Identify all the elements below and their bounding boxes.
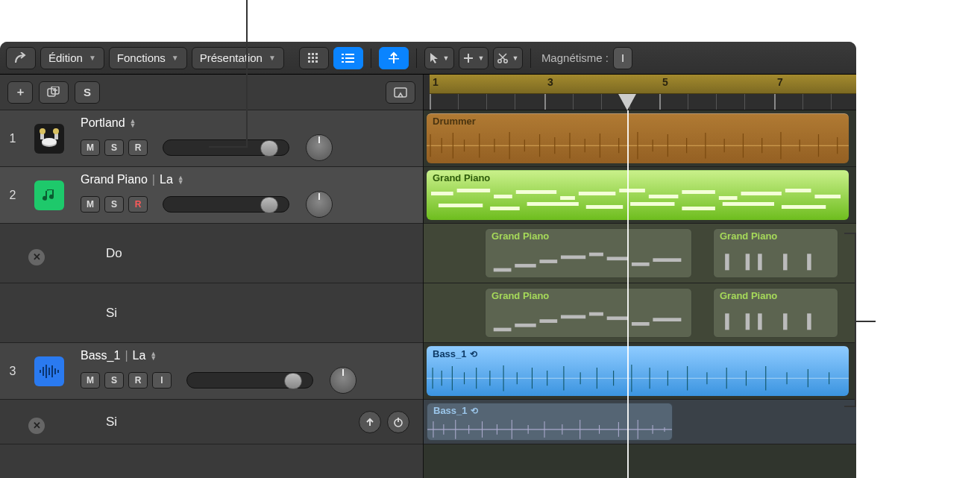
solo-button[interactable]: S bbox=[104, 196, 124, 213]
mute-button[interactable]: M bbox=[81, 139, 100, 156]
svg-rect-4 bbox=[312, 57, 314, 59]
snap-label: Magnétisme : bbox=[541, 51, 609, 64]
drummer-track-icon bbox=[34, 124, 64, 154]
take-lane-label: Si bbox=[73, 415, 359, 430]
catch-playhead-button[interactable] bbox=[379, 47, 409, 69]
svg-rect-101 bbox=[515, 324, 535, 327]
svg-rect-89 bbox=[539, 260, 557, 263]
ruler[interactable]: 1 3 5 7 bbox=[424, 75, 856, 110]
piano-take-region[interactable]: Grand Piano bbox=[713, 228, 838, 278]
add-track-button[interactable]: ＋ bbox=[7, 81, 33, 104]
track-name[interactable]: Portland ▲▼ bbox=[81, 116, 415, 130]
svg-rect-68 bbox=[494, 195, 512, 198]
bass-region-main[interactable]: Bass_1⟲ bbox=[427, 346, 849, 396]
pan-knob[interactable] bbox=[306, 134, 333, 161]
region-label: Grand Piano bbox=[720, 290, 777, 301]
midi-notes-icon bbox=[490, 248, 687, 277]
svg-rect-76 bbox=[741, 192, 782, 195]
pan-knob[interactable] bbox=[306, 191, 333, 218]
take-lane-si-area[interactable]: Grand Piano Grand Piano bbox=[424, 283, 856, 343]
duplicate-track-button[interactable] bbox=[39, 81, 69, 104]
edition-menu[interactable]: Édition▼ bbox=[40, 47, 104, 69]
svg-rect-93 bbox=[632, 262, 650, 266]
piano-region-main[interactable]: Grand Piano bbox=[427, 170, 849, 220]
back-arrow-button[interactable] bbox=[6, 47, 36, 69]
svg-rect-88 bbox=[515, 264, 535, 268]
volume-slider[interactable] bbox=[186, 372, 313, 389]
track-headers-panel: ＋ S 1 Port bbox=[0, 75, 424, 478]
input-monitor-button[interactable]: I bbox=[152, 372, 172, 389]
track-lane-1[interactable]: Drummer bbox=[424, 110, 856, 167]
volume-slider[interactable] bbox=[163, 196, 289, 213]
promote-take-button[interactable] bbox=[359, 411, 381, 433]
mute-button[interactable]: M bbox=[81, 372, 100, 389]
track-header-config-button[interactable] bbox=[386, 81, 415, 104]
svg-rect-70 bbox=[560, 196, 575, 200]
close-take-folder-button[interactable]: ✕ bbox=[28, 418, 45, 434]
track-header-3[interactable]: 3 Bass_1 | La ▲▼ M S bbox=[0, 343, 423, 400]
presentation-menu[interactable]: Présentation▼ bbox=[192, 47, 284, 69]
pan-knob[interactable] bbox=[330, 367, 356, 394]
piano-take-region[interactable]: Grand Piano bbox=[485, 228, 692, 278]
region-label: Bass_1⟲ bbox=[433, 348, 477, 359]
solo-button[interactable]: S bbox=[104, 139, 124, 156]
take-lane-label: Si bbox=[73, 306, 423, 321]
track-header-2[interactable]: 2 Grand Piano | La ▲▼ M S bbox=[0, 167, 423, 224]
solo-button[interactable]: S bbox=[104, 372, 124, 389]
piano-take-region[interactable]: Grand Piano bbox=[485, 288, 692, 338]
fonctions-menu[interactable]: Fonctions▼ bbox=[109, 47, 187, 69]
callout-line bbox=[246, 0, 248, 146]
tracks-area[interactable]: 1 3 5 7 Drummer bbox=[424, 75, 856, 478]
mute-button[interactable]: M bbox=[81, 196, 100, 213]
close-take-folder-button[interactable]: ✕ bbox=[28, 249, 45, 265]
track-lane-2[interactable]: Grand Piano bbox=[424, 167, 856, 224]
svg-rect-110 bbox=[758, 313, 761, 330]
svg-rect-73 bbox=[649, 195, 679, 198]
drummer-region[interactable]: Drummer bbox=[427, 113, 849, 163]
track-header-1[interactable]: 1 Portland ▲▼ M S R bbox=[0, 110, 423, 167]
track-name[interactable]: Grand Piano | La ▲▼ bbox=[81, 173, 415, 186]
svg-rect-106 bbox=[632, 322, 650, 326]
pointer-tool-button[interactable]: ▼ bbox=[424, 47, 454, 69]
grid-view-button[interactable] bbox=[299, 47, 329, 69]
svg-rect-111 bbox=[783, 313, 787, 330]
svg-rect-12 bbox=[345, 57, 354, 59]
midi-notes-icon bbox=[718, 248, 833, 276]
callout-line bbox=[209, 146, 248, 148]
svg-point-29 bbox=[40, 128, 45, 134]
record-enable-button[interactable]: R bbox=[128, 196, 148, 213]
take-lane-do[interactable]: ✕ Do bbox=[0, 224, 423, 283]
track-name[interactable]: Bass_1 | La ▲▼ bbox=[81, 349, 415, 362]
snap-value-dropdown[interactable]: I bbox=[613, 47, 632, 69]
svg-rect-11 bbox=[342, 57, 344, 59]
chevron-down-icon: ▼ bbox=[442, 54, 449, 62]
ruler-mark: 7 bbox=[777, 76, 783, 88]
record-enable-button[interactable]: R bbox=[128, 139, 148, 156]
svg-rect-80 bbox=[490, 207, 520, 210]
record-enable-button[interactable]: R bbox=[128, 372, 148, 389]
track-lane-3[interactable]: Bass_1⟲ bbox=[424, 343, 856, 400]
piano-take-region[interactable]: Grand Piano bbox=[713, 288, 838, 338]
svg-rect-3 bbox=[308, 57, 310, 59]
midi-notes-icon bbox=[431, 189, 844, 216]
svg-rect-102 bbox=[539, 319, 557, 323]
take-lane-bass-area[interactable]: Bass_1⟲ bbox=[424, 400, 856, 444]
scissors-tool-button[interactable]: ▼ bbox=[493, 47, 523, 69]
track-number: 1 bbox=[0, 110, 25, 166]
marquee-tool-button[interactable]: ▼ bbox=[459, 47, 489, 69]
power-button[interactable] bbox=[387, 411, 409, 433]
take-lane-si[interactable]: Si bbox=[0, 283, 423, 343]
svg-rect-97 bbox=[758, 254, 761, 270]
ruler-mark: 1 bbox=[433, 76, 439, 88]
list-view-button[interactable] bbox=[333, 47, 363, 69]
take-lane-si-bass[interactable]: ✕ Si bbox=[0, 400, 423, 444]
svg-rect-1 bbox=[312, 53, 314, 55]
global-solo-button[interactable]: S bbox=[75, 81, 100, 104]
waveform-icon bbox=[427, 363, 849, 393]
bass-take-region[interactable]: Bass_1⟲ bbox=[427, 403, 673, 441]
sort-icon: ▲▼ bbox=[150, 351, 157, 360]
svg-rect-103 bbox=[561, 315, 585, 318]
take-lane-do-area[interactable]: Grand Piano Grand Piano bbox=[424, 224, 856, 283]
svg-rect-7 bbox=[312, 60, 314, 63]
track-headers-toolbar: ＋ S bbox=[0, 75, 423, 110]
